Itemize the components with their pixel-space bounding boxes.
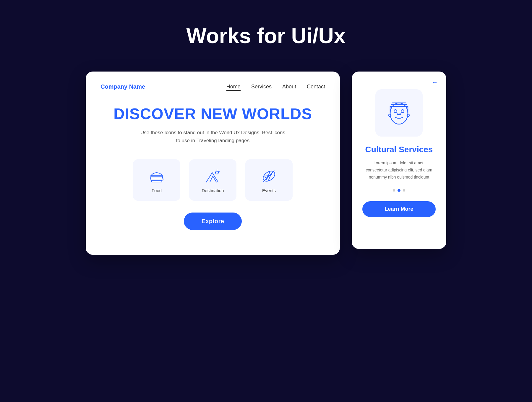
nav-item-home[interactable]: Home — [226, 84, 241, 90]
dot-2 — [398, 189, 400, 192]
nav-item-services[interactable]: Services — [251, 84, 272, 90]
mobile-card-description: Lorem ipsum dolor sit amet, consectetur … — [362, 160, 436, 181]
explore-button[interactable]: Explore — [184, 213, 242, 230]
nav-link-about[interactable]: About — [282, 84, 296, 90]
svg-point-4 — [215, 171, 218, 174]
dot-indicators — [393, 189, 405, 192]
svg-line-6 — [218, 171, 220, 172]
food-label: Food — [152, 188, 162, 193]
page-title: Works for Ui/Ux — [186, 24, 346, 48]
rugby-icon — [260, 167, 278, 185]
destination-label: Destination — [202, 188, 224, 193]
learn-more-button[interactable]: Learn More — [362, 201, 436, 217]
nav-link-services[interactable]: Services — [251, 84, 272, 90]
nav-link-home[interactable]: Home — [226, 84, 241, 91]
desktop-card: Company Name Home Services About Contact… — [86, 72, 340, 255]
hero-subtitle: Use these Icons to stand out in the Worl… — [139, 129, 287, 145]
cards-container: Company Name Home Services About Contact… — [18, 72, 514, 255]
icon-grid: Food Destination — [133, 159, 293, 201]
dot-1 — [393, 189, 395, 192]
company-name: Company Name — [100, 83, 145, 90]
icon-card-food: Food — [133, 159, 180, 201]
nav-item-about[interactable]: About — [282, 84, 296, 90]
svg-point-24 — [407, 114, 409, 116]
nav-links: Home Services About Contact — [226, 84, 325, 90]
mountain-icon — [204, 167, 222, 185]
back-button[interactable]: ← — [432, 79, 438, 86]
dot-3 — [403, 189, 405, 192]
svg-point-15 — [401, 110, 404, 113]
burger-icon — [148, 167, 166, 185]
svg-point-23 — [389, 114, 391, 116]
icon-card-events: Events — [245, 159, 293, 201]
nav-link-contact[interactable]: Contact — [307, 84, 325, 90]
cultural-icon-container — [375, 89, 423, 137]
svg-point-14 — [394, 110, 397, 113]
icon-card-destination: Destination — [189, 159, 236, 201]
svg-point-16 — [397, 114, 398, 115]
mobile-card-title: Cultural Services — [365, 145, 433, 154]
svg-rect-0 — [150, 178, 163, 180]
hero-title: DISCOVER NEW WORLDS — [113, 105, 312, 123]
hero-content: DISCOVER NEW WORLDS Use these Icons to s… — [100, 105, 325, 240]
cultural-face-icon — [384, 98, 414, 128]
nav-item-contact[interactable]: Contact — [307, 84, 325, 90]
mobile-card: ← — [352, 72, 446, 249]
events-label: Events — [262, 188, 276, 193]
desktop-nav: Company Name Home Services About Contact — [100, 83, 325, 90]
svg-point-17 — [400, 114, 401, 115]
svg-rect-3 — [151, 180, 162, 182]
